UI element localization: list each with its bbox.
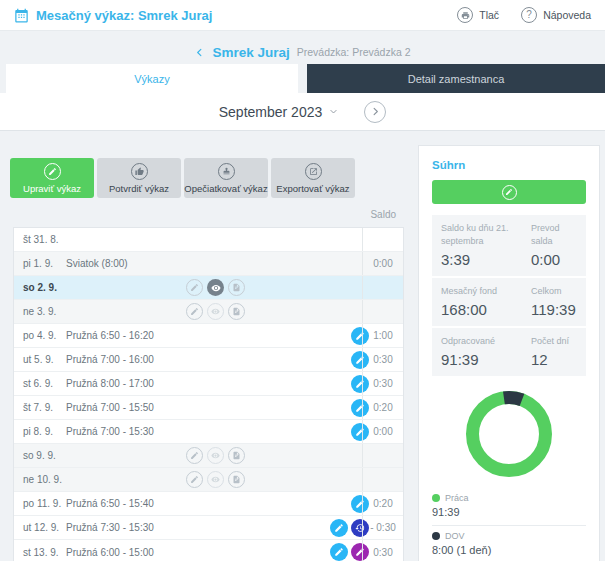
month-selector[interactable]: September 2023: [219, 104, 339, 120]
topbar: Mesačný výkaz: Smrek Juraj Tlač ? Nápove…: [0, 0, 605, 31]
saldo-value: 0:00: [362, 420, 403, 443]
day-label: pi 1. 9.: [14, 258, 66, 269]
legend-label: DOV: [445, 531, 465, 541]
stat-section: Odpracované91:39Počet dní12: [432, 328, 586, 376]
printer-icon: [457, 7, 473, 23]
schedule-label: Pružná 7:00 - 15:50: [66, 402, 154, 413]
pencil-outline-icon[interactable]: [186, 447, 203, 464]
table-row[interactable]: ut 12. 9.Pružná 7:30 - 15:30- 0:30: [14, 516, 403, 540]
tab-vykazy[interactable]: Výkazy: [6, 64, 298, 93]
eye-faded-icon[interactable]: [207, 471, 224, 488]
toolbar-button[interactable]: Upraviť výkaz: [10, 158, 94, 198]
legend-value: 91:39: [432, 506, 586, 518]
saldo-column-header: Saldo: [13, 209, 396, 220]
legend-label: Práca: [445, 493, 469, 503]
table-row[interactable]: ne 10. 9.: [14, 468, 403, 492]
stat-value: 0:00: [531, 251, 577, 268]
day-label: ut 12. 9.: [14, 522, 66, 533]
eye-filled-icon[interactable]: [207, 279, 224, 296]
toolbar-button[interactable]: Exportovať výkaz: [271, 158, 355, 198]
schedule-label: Sviatok (8:00): [66, 258, 128, 269]
stat-label: Saldo ku dňu 21. septembra: [441, 222, 527, 248]
table-row[interactable]: po 11. 9.Pružná 6:50 - 15:400:20: [14, 492, 403, 516]
table-row[interactable]: ut 5. 9.Pružná 7:00 - 16:000:30: [14, 348, 403, 372]
table-row[interactable]: pi 1. 9.Sviatok (8:00)0:00: [14, 252, 403, 276]
table-row[interactable]: st 13. 9.Pružná 6:00 - 15:000:30: [14, 540, 403, 561]
stat-section: Saldo ku dňu 21. septembra3:39Prevod sal…: [432, 215, 586, 276]
table-row[interactable]: št 31. 8.: [14, 228, 403, 252]
schedule-label: Pružná 7:30 - 15:30: [66, 522, 154, 533]
employee-name[interactable]: Smrek Juraj: [212, 45, 289, 60]
saldo-value: [362, 444, 403, 467]
calendar-icon: [14, 8, 29, 23]
table-row[interactable]: pi 8. 9.Pružná 7:00 - 15:300:00: [14, 420, 403, 444]
pencil-outline-icon[interactable]: [186, 279, 203, 296]
table-row[interactable]: st 6. 9.Pružná 8:00 - 17:000:30: [14, 372, 403, 396]
schedule-label: Pružná 7:00 - 16:00: [66, 354, 154, 365]
saldo-value: 0:20: [362, 396, 403, 419]
stat-value: 119:39: [531, 301, 577, 318]
saldo-value: [362, 468, 403, 491]
chevron-down-icon: [329, 107, 338, 116]
export-icon: [305, 163, 322, 180]
pencil-blue-icon[interactable]: [330, 519, 348, 537]
day-label: št 31. 8.: [14, 234, 66, 245]
print-label: Tlač: [479, 9, 499, 21]
eye-faded-icon[interactable]: [207, 303, 224, 320]
table-row[interactable]: so 9. 9.: [14, 444, 403, 468]
saldo-value: - 0:30: [362, 516, 403, 539]
operation-label: Prevádzka: Prevádzka 2: [297, 46, 411, 58]
eye-faded-icon[interactable]: [207, 447, 224, 464]
note-outline-icon[interactable]: [228, 279, 245, 296]
pencil-outline-icon[interactable]: [186, 303, 203, 320]
note-outline-icon[interactable]: [228, 447, 245, 464]
stat-label: Odpracované: [441, 335, 527, 348]
row-action-icons: [186, 303, 245, 320]
day-label: po 11. 9.: [14, 498, 66, 509]
pencil-blue-icon[interactable]: [330, 543, 348, 561]
timesheet-table: št 31. 8.pi 1. 9.Sviatok (8:00)0:00so 2.…: [13, 227, 404, 561]
schedule-label: Pružná 6:50 - 15:40: [66, 498, 154, 509]
saldo-value: [362, 300, 403, 323]
stat-section: Mesačný fond168:00Celkom119:39: [432, 278, 586, 326]
saldo-value: 0:30: [362, 348, 403, 371]
legend-head: DOV: [432, 531, 586, 541]
note-outline-icon[interactable]: [228, 303, 245, 320]
stat-label: Počet dní: [531, 335, 577, 348]
stat-value: 12: [531, 351, 577, 368]
toolbar-button-label: Potvrdiť výkaz: [109, 183, 169, 194]
print-button[interactable]: Tlač: [457, 7, 499, 23]
legend-item: Práca91:39: [432, 488, 586, 526]
toolbar-button-label: Opečiatkovať výkaz: [184, 183, 267, 194]
month-navigation: September 2023: [0, 93, 605, 131]
page-title: Mesačný výkaz: Smrek Juraj: [14, 8, 212, 23]
breadcrumb: Smrek Juraj Prevádzka: Prevádzka 2: [0, 42, 605, 62]
stat-value: 3:39: [441, 251, 527, 268]
note-outline-icon[interactable]: [228, 471, 245, 488]
toolbar-button[interactable]: Opečiatkovať výkaz: [184, 158, 268, 198]
schedule-label: Pružná 6:50 - 16:20: [66, 330, 154, 341]
next-month-button[interactable]: [364, 101, 386, 123]
stat-value: 91:39: [441, 351, 527, 368]
toolbar-button-label: Upraviť výkaz: [23, 183, 81, 194]
tab-detail-zamestnanca[interactable]: Detail zamestnanca: [307, 64, 605, 93]
toolbar-button[interactable]: Potvrdiť výkaz: [97, 158, 181, 198]
stat-cell: Odpracované91:39: [441, 335, 527, 368]
pencil-icon: [502, 185, 517, 200]
summary-edit-button[interactable]: [432, 180, 586, 204]
stat-cell: Celkom119:39: [531, 285, 577, 318]
table-row[interactable]: po 4. 9.Pružná 6:50 - 16:201:00: [14, 324, 403, 348]
chevron-left-icon[interactable]: [194, 47, 205, 58]
table-row[interactable]: so 2. 9.: [14, 276, 403, 300]
question-icon: ?: [521, 7, 537, 23]
stamp-icon: [218, 163, 235, 180]
day-label: ut 5. 9.: [14, 354, 66, 365]
table-row[interactable]: ne 3. 9.: [14, 300, 403, 324]
legend-value: 8:00 (1 deň): [432, 544, 586, 556]
table-row[interactable]: št 7. 9.Pružná 7:00 - 15:500:20: [14, 396, 403, 420]
day-label: so 2. 9.: [14, 282, 66, 293]
pencil-outline-icon[interactable]: [186, 471, 203, 488]
row-action-icons: [186, 279, 245, 296]
help-button[interactable]: ? Nápoveda: [521, 7, 591, 23]
toolbar: Upraviť výkazPotvrdiť výkazOpečiatkovať …: [10, 158, 355, 198]
